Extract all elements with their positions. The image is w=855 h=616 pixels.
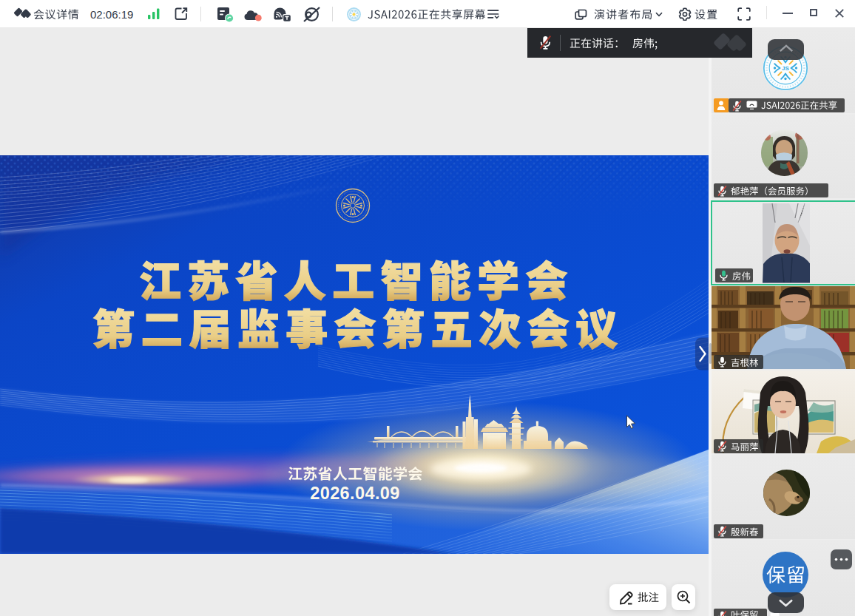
svg-text:JS: JS <box>782 65 789 72</box>
